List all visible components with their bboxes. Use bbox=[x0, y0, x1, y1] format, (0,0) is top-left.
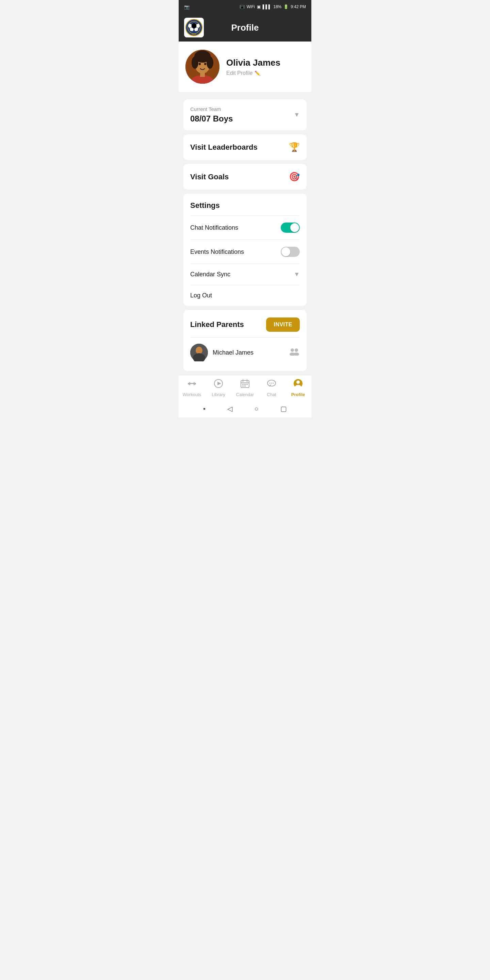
wifi-icon: WiFi bbox=[247, 5, 255, 9]
battery-percent: 18% bbox=[273, 5, 282, 9]
svg-point-43 bbox=[269, 383, 270, 384]
events-notifications-label: Events Notifications bbox=[190, 248, 244, 256]
svg-rect-25 bbox=[188, 383, 189, 385]
svg-text:DNA: DNA bbox=[192, 33, 197, 35]
settings-card: Settings Chat Notifications Events Notif… bbox=[183, 194, 307, 306]
chat-notifications-row: Chat Notifications bbox=[183, 216, 307, 240]
parent-row: Michael James bbox=[183, 337, 307, 368]
goals-label: Visit Goals bbox=[190, 172, 229, 181]
linked-parents-card: Linked Parents INVITE Michael James bbox=[183, 310, 307, 371]
vibrate-icon: 📳 bbox=[240, 5, 245, 9]
svg-rect-30 bbox=[195, 383, 196, 385]
library-play-icon bbox=[214, 379, 223, 391]
battery-icon: 🔋 bbox=[283, 5, 288, 9]
svg-point-45 bbox=[273, 383, 274, 384]
events-notifications-row: Events Notifications bbox=[183, 240, 307, 264]
people-icon bbox=[289, 347, 300, 358]
pencil-icon: ✏️ bbox=[255, 70, 260, 76]
edit-profile-button[interactable]: Edit Profile ✏️ bbox=[226, 70, 280, 76]
events-notifications-toggle[interactable] bbox=[281, 247, 300, 257]
svg-point-13 bbox=[207, 56, 213, 69]
camera-icon: 📷 bbox=[184, 5, 189, 10]
chat-notifications-toggle[interactable] bbox=[281, 223, 300, 233]
logout-label: Log Out bbox=[190, 292, 212, 299]
svg-point-12 bbox=[192, 56, 198, 69]
target-icon: 🎯 bbox=[289, 172, 300, 182]
svg-point-24 bbox=[294, 353, 299, 356]
profile-section: Olivia James Edit Profile ✏️ bbox=[179, 41, 311, 92]
calendar-sync-label: Calendar Sync bbox=[190, 271, 231, 278]
app-logo: DNA bbox=[184, 18, 204, 37]
leaderboards-label: Visit Leaderboards bbox=[190, 143, 258, 152]
trophy-icon: 🏆 bbox=[289, 142, 300, 153]
svg-rect-38 bbox=[244, 384, 246, 385]
svg-point-47 bbox=[296, 380, 300, 384]
linked-parents-title: Linked Parents bbox=[190, 320, 244, 329]
team-value: 08/07 Boys bbox=[190, 114, 233, 124]
current-team-card[interactable]: Current Team 08/07 Boys ▼ bbox=[183, 99, 307, 130]
nav-recents-icon[interactable]: ▢ bbox=[280, 404, 287, 413]
visit-leaderboards-card[interactable]: Visit Leaderboards 🏆 bbox=[183, 134, 307, 160]
svg-marker-32 bbox=[218, 382, 221, 385]
avatar-image bbox=[185, 50, 220, 84]
chevron-down-icon: ▼ bbox=[294, 111, 300, 118]
avatar bbox=[185, 50, 220, 84]
svg-rect-40 bbox=[242, 385, 243, 387]
svg-rect-15 bbox=[200, 72, 205, 77]
nav-home-icon[interactable]: ○ bbox=[255, 405, 259, 413]
settings-title: Settings bbox=[183, 194, 307, 215]
profile-nav-label: Profile bbox=[291, 392, 305, 397]
system-nav-bar: ▪ ◁ ○ ▢ bbox=[179, 400, 311, 417]
workouts-icon bbox=[187, 379, 197, 391]
svg-rect-39 bbox=[247, 384, 248, 385]
linked-parents-header: Linked Parents INVITE bbox=[183, 310, 307, 337]
profile-name: Olivia James bbox=[226, 57, 280, 68]
parent-avatar bbox=[190, 344, 208, 361]
calendar-label: Calendar bbox=[236, 392, 254, 397]
signal-icon: ▌▌▌ bbox=[263, 5, 272, 9]
invite-button[interactable]: INVITE bbox=[266, 318, 300, 332]
calendar-chevron-down-icon: ▼ bbox=[294, 271, 300, 278]
chat-label: Chat bbox=[267, 392, 276, 397]
logout-button[interactable]: Log Out bbox=[183, 285, 307, 306]
time-display: 9:42 PM bbox=[291, 5, 306, 9]
svg-point-23 bbox=[295, 348, 298, 352]
nav-calendar[interactable]: Calendar bbox=[232, 379, 258, 397]
svg-point-17 bbox=[204, 63, 206, 65]
sim-icon: ▣ bbox=[257, 5, 261, 9]
nav-square-icon[interactable]: ▪ bbox=[203, 405, 205, 413]
status-left: 📷 bbox=[184, 5, 189, 10]
spacer-1 bbox=[179, 92, 311, 95]
calendar-icon bbox=[240, 379, 250, 391]
nav-chat[interactable]: Chat bbox=[258, 379, 285, 397]
svg-point-19 bbox=[196, 347, 202, 354]
bottom-navigation: Workouts Library Calendar bbox=[179, 375, 311, 400]
profile-info: Olivia James Edit Profile ✏️ bbox=[226, 57, 280, 76]
app-header: DNA Profile bbox=[179, 14, 311, 41]
svg-point-16 bbox=[199, 63, 201, 65]
calendar-sync-row[interactable]: Calendar Sync ▼ bbox=[183, 264, 307, 285]
nav-profile[interactable]: Profile bbox=[285, 379, 311, 397]
toggle-knob bbox=[290, 223, 299, 232]
visit-goals-card[interactable]: Visit Goals 🎯 bbox=[183, 164, 307, 189]
page-title: Profile bbox=[208, 22, 282, 33]
status-right: 📳 WiFi ▣ ▌▌▌ 18% 🔋 9:42 PM bbox=[240, 5, 306, 9]
library-label: Library bbox=[212, 392, 225, 397]
nav-library[interactable]: Library bbox=[205, 379, 232, 397]
edit-profile-label: Edit Profile bbox=[226, 70, 253, 76]
nav-workouts[interactable]: Workouts bbox=[179, 379, 205, 397]
svg-rect-29 bbox=[194, 382, 195, 385]
chat-icon bbox=[267, 379, 276, 391]
status-bar: 📷 📳 WiFi ▣ ▌▌▌ 18% 🔋 9:42 PM bbox=[179, 0, 311, 14]
profile-nav-icon bbox=[293, 379, 303, 391]
workouts-label: Workouts bbox=[183, 392, 202, 397]
team-label: Current Team bbox=[190, 106, 233, 112]
svg-point-44 bbox=[271, 383, 272, 384]
svg-rect-41 bbox=[244, 385, 246, 387]
svg-rect-37 bbox=[242, 384, 243, 385]
toggle-knob-2 bbox=[282, 247, 290, 256]
chat-notifications-label: Chat Notifications bbox=[190, 224, 238, 231]
parent-name: Michael James bbox=[213, 349, 284, 356]
svg-point-21 bbox=[291, 348, 294, 352]
nav-back-icon[interactable]: ◁ bbox=[227, 404, 232, 413]
